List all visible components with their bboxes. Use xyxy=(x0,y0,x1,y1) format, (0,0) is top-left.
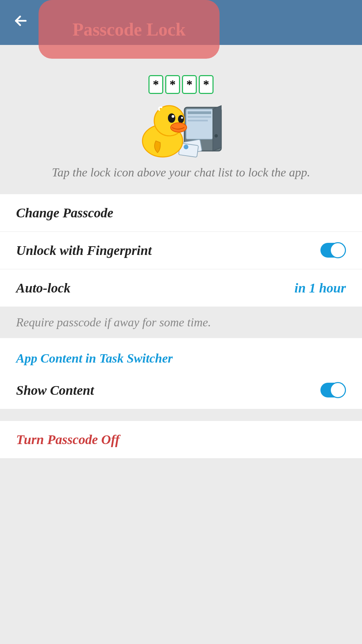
svg-rect-4 xyxy=(188,116,211,118)
turn-off-label: Turn Passcode Off xyxy=(16,432,120,447)
passcode-digit: * xyxy=(182,75,197,94)
back-button[interactable] xyxy=(13,13,28,32)
show-content-item[interactable]: Show Content xyxy=(0,372,362,409)
show-content-label: Show Content xyxy=(16,382,94,398)
svg-rect-5 xyxy=(188,120,208,121)
autolock-item[interactable]: Auto-lock in 1 hour xyxy=(0,269,362,307)
svg-point-7 xyxy=(215,134,218,138)
danger-section: Turn Passcode Off xyxy=(0,421,362,458)
fingerprint-toggle[interactable] xyxy=(320,243,346,258)
passcode-digit: * xyxy=(199,75,214,94)
hero-description: Tap the lock icon above your chat list t… xyxy=(13,164,349,181)
divider xyxy=(0,409,362,415)
fingerprint-label: Unlock with Fingerprint xyxy=(16,243,152,258)
fingerprint-item[interactable]: Unlock with Fingerprint xyxy=(0,232,362,269)
autolock-value: in 1 hour xyxy=(295,280,346,296)
change-passcode-item[interactable]: Change Passcode xyxy=(0,194,362,232)
passcode-digit: * xyxy=(148,75,163,94)
hero-section: * * * * xyxy=(0,45,362,194)
svg-point-13 xyxy=(168,113,175,123)
turn-off-passcode-item[interactable]: Turn Passcode Off xyxy=(0,421,362,458)
show-content-toggle[interactable] xyxy=(320,383,346,397)
svg-point-14 xyxy=(172,115,174,118)
header: Passcode Lock xyxy=(0,0,362,45)
settings-group-2: App Content in Task Switcher Show Conten… xyxy=(0,338,362,409)
passcode-digit: * xyxy=(165,75,180,94)
bottom-divider xyxy=(0,458,362,464)
svg-marker-6 xyxy=(213,106,221,151)
svg-point-15 xyxy=(178,115,184,123)
svg-point-10 xyxy=(184,145,188,149)
svg-rect-3 xyxy=(188,111,211,114)
duck-safe-illustration xyxy=(134,97,228,158)
change-passcode-label: Change Passcode xyxy=(16,205,113,221)
task-switcher-header: App Content in Task Switcher xyxy=(0,338,362,372)
autolock-footer: Require passcode if away for some time. xyxy=(0,307,362,338)
autolock-label: Auto-lock xyxy=(16,280,70,296)
page-title: Passcode Lock xyxy=(72,19,186,40)
svg-point-16 xyxy=(181,117,183,119)
title-highlight: Passcode Lock xyxy=(39,0,220,59)
passcode-display: * * * * xyxy=(13,75,349,94)
settings-group-1: Change Passcode Unlock with Fingerprint … xyxy=(0,194,362,307)
